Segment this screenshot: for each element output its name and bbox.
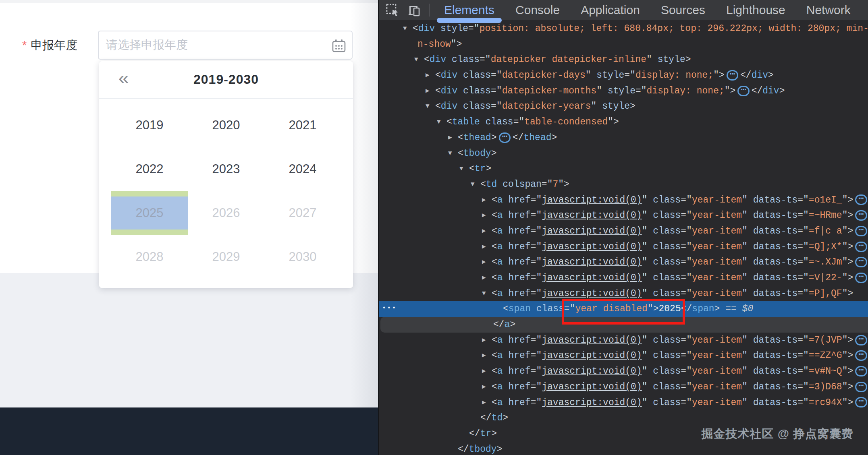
tab-application[interactable]: Application <box>570 0 650 20</box>
code-line-content: <a href="javascript:void(0)" class="year… <box>492 348 868 364</box>
code-line[interactable]: •••<span class="year disabled">2025</spa… <box>379 301 868 317</box>
code-line[interactable]: ▼<div style="position: absolute; left: 6… <box>379 21 868 37</box>
expand-arrow-icon[interactable]: ▶ <box>482 254 486 270</box>
collapse-arrow-icon[interactable]: ▼ <box>426 99 430 114</box>
expand-arrow-icon[interactable]: ▶ <box>482 270 486 286</box>
code-line[interactable]: ▼<tr> <box>379 161 868 177</box>
code-line[interactable]: ▶<a href="javascript:void(0)" class="yea… <box>379 348 868 364</box>
declare-year-label: 申报年度 <box>31 39 77 52</box>
code-line[interactable]: ▶<a href="javascript:void(0)" class="yea… <box>379 395 868 411</box>
selected-node-menu-dots[interactable]: ••• <box>382 301 397 315</box>
expand-arrow-icon[interactable]: ▶ <box>482 223 486 239</box>
code-line[interactable]: ▼<table class="table-condensed"> <box>379 114 868 130</box>
collapse-arrow-icon[interactable]: ▼ <box>448 146 452 161</box>
collapse-arrow-icon[interactable]: ▼ <box>482 286 486 302</box>
code-line[interactable]: </tbody> <box>379 442 868 455</box>
inspect-element-icon[interactable] <box>385 3 400 17</box>
collapse-arrow-icon[interactable]: ▼ <box>471 177 475 192</box>
code-line[interactable]: ▶<a href="javascript:void(0)" class="yea… <box>379 270 868 286</box>
code-line[interactable]: ▼<td colspan="7"> <box>379 177 868 192</box>
expand-arrow-icon[interactable]: ▶ <box>482 395 486 411</box>
expand-arrow-icon[interactable]: ▶ <box>482 364 486 379</box>
code-line-content: <span class="year disabled">2025</span> … <box>503 301 753 317</box>
expand-arrow-icon[interactable]: ▶ <box>482 192 486 208</box>
code-line[interactable]: ▶<a href="javascript:void(0)" class="yea… <box>379 223 868 239</box>
year-cell-2023[interactable]: 2023 <box>188 147 264 191</box>
expand-arrow-icon[interactable]: ▶ <box>482 239 486 255</box>
ellipsis-expand-badge[interactable]: ⋯ <box>855 335 867 345</box>
code-line-content: <a href="javascript:void(0)" class="year… <box>492 192 868 208</box>
year-cell-2024[interactable]: 2024 <box>264 147 341 191</box>
ellipsis-expand-badge[interactable]: ⋯ <box>855 210 867 221</box>
elements-tree: ▼<div style="position: absolute; left: 6… <box>379 20 868 455</box>
tab-me[interactable]: Me <box>861 0 868 20</box>
calendar-icon[interactable] <box>331 38 347 54</box>
code-line[interactable]: ▼<div class="datepicker-years" style> <box>379 99 868 114</box>
code-line[interactable]: ▶<thead>⋯</thead> <box>379 130 868 146</box>
expand-arrow-icon[interactable]: ▶ <box>448 130 452 146</box>
code-line[interactable]: ▶<a href="javascript:void(0)" class="yea… <box>379 379 868 395</box>
code-line[interactable]: ▶<div class="datepicker-days" style="dis… <box>379 68 868 83</box>
expand-arrow-icon[interactable]: ▶ <box>426 83 430 99</box>
ellipsis-expand-badge[interactable]: ⋯ <box>855 273 867 283</box>
code-line[interactable]: ▶<a href="javascript:void(0)" class="yea… <box>379 239 868 255</box>
expand-arrow-icon[interactable]: ▶ <box>482 333 486 348</box>
year-range-title[interactable]: 2019-2030 <box>99 61 353 98</box>
collapse-arrow-icon[interactable]: ▼ <box>459 161 463 177</box>
ellipsis-expand-badge[interactable]: ⋯ <box>855 257 867 267</box>
expand-arrow-icon[interactable]: ▶ <box>482 348 486 364</box>
code-line[interactable]: ▶<a href="javascript:void(0)" class="yea… <box>379 208 868 223</box>
collapse-arrow-icon[interactable]: ▼ <box>437 114 441 130</box>
tab-network[interactable]: Network <box>796 0 861 20</box>
ellipsis-expand-badge[interactable]: ⋯ <box>855 382 867 392</box>
collapse-arrow-icon[interactable]: ▼ <box>414 52 418 68</box>
year-cell-2020[interactable]: 2020 <box>188 103 264 147</box>
ellipsis-expand-badge[interactable]: ⋯ <box>855 366 867 376</box>
ellipsis-expand-badge[interactable]: ⋯ <box>855 242 867 252</box>
page-right-shadow <box>351 0 378 407</box>
ellipsis-expand-badge[interactable]: ⋯ <box>499 132 511 143</box>
expand-arrow-icon[interactable]: ▶ <box>482 208 486 223</box>
code-line-content: <a href="javascript:void(0)" class="year… <box>492 364 868 379</box>
web-page-pane: *申报年度 请选择申报年度 « 2019-2030 20192020202120… <box>0 0 378 455</box>
tab-sources[interactable]: Sources <box>650 0 716 20</box>
code-line[interactable]: ▶<a href="javascript:void(0)" class="yea… <box>379 254 868 270</box>
ellipsis-expand-badge[interactable]: ⋯ <box>855 350 867 361</box>
code-line-content: </tbody> <box>458 442 502 455</box>
prev-decade-button[interactable]: « <box>118 60 129 96</box>
code-line-content: <a href="javascript:void(0)" class="year… <box>492 208 868 223</box>
tab-lighthouse[interactable]: Lighthouse <box>716 0 796 20</box>
year-cell-2019[interactable]: 2019 <box>111 103 188 147</box>
code-line[interactable]: n-show"> <box>379 37 868 52</box>
form-label-row: *申报年度 <box>22 31 77 60</box>
expand-arrow-icon[interactable]: ▶ <box>426 68 430 83</box>
ellipsis-expand-badge[interactable]: ⋯ <box>855 226 867 236</box>
collapse-arrow-icon[interactable]: ▼ <box>403 21 407 37</box>
year-cell-2021[interactable]: 2021 <box>264 103 341 147</box>
code-line-content: <a href="javascript:void(0)" class="year… <box>492 270 868 286</box>
code-line[interactable]: ▼<div class="datepicker datepicker-inlin… <box>379 52 868 68</box>
code-line[interactable]: ▶<a href="javascript:void(0)" class="yea… <box>379 192 868 208</box>
code-line[interactable]: </td> <box>379 410 868 426</box>
code-line[interactable]: ▶<a href="javascript:void(0)" class="yea… <box>379 364 868 379</box>
years-grid: 2019202020212022202320242025202620272028… <box>99 98 353 288</box>
year-cell-2028: 2028 <box>111 235 188 279</box>
code-line[interactable]: ▶<div class="datepicker-months" style="d… <box>379 83 868 99</box>
ellipsis-expand-badge[interactable]: ⋯ <box>737 86 749 96</box>
page-top-strip <box>0 0 378 3</box>
expand-arrow-icon[interactable]: ▶ <box>482 379 486 395</box>
tab-console[interactable]: Console <box>505 0 570 20</box>
tab-elements[interactable]: Elements <box>434 0 505 20</box>
device-toolbar-icon[interactable] <box>407 3 422 17</box>
code-line[interactable]: ▶<a href="javascript:void(0)" class="yea… <box>379 333 868 348</box>
year-cell-2022[interactable]: 2022 <box>111 147 188 191</box>
year-picker-popup: « 2019-2030 2019202020212022202320242025… <box>99 61 353 288</box>
code-line-content: <a href="javascript:void(0)" class="year… <box>492 395 868 411</box>
year-input[interactable]: 请选择申报年度 <box>98 31 353 60</box>
ellipsis-expand-badge[interactable]: ⋯ <box>855 194 867 205</box>
code-line[interactable]: ▼<tbody> <box>379 146 868 161</box>
ellipsis-expand-badge[interactable]: ⋯ <box>727 70 738 81</box>
ellipsis-expand-badge[interactable]: ⋯ <box>855 397 867 407</box>
active-tab-indicator <box>437 18 502 23</box>
red-annotation-box <box>562 299 685 325</box>
